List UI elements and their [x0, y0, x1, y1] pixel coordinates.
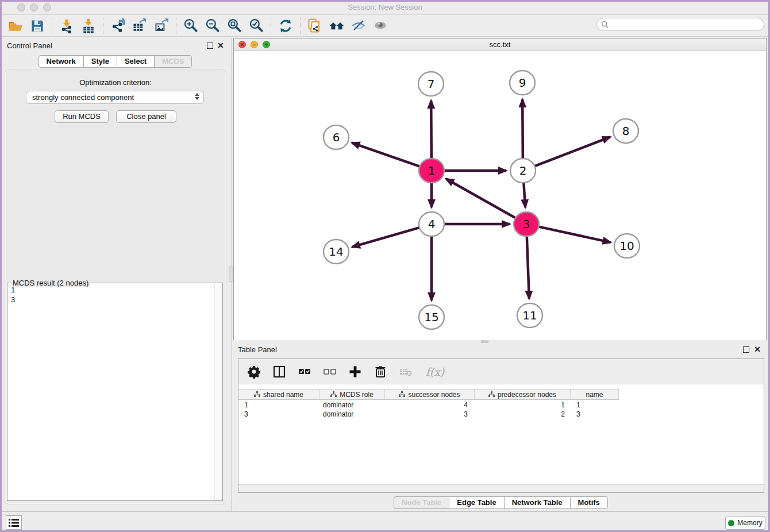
- tab-network-table[interactable]: Network Table: [504, 496, 571, 509]
- svg-text:3: 3: [523, 217, 530, 231]
- mcds-result-box[interactable]: MCDS result (2 nodes) 1 3: [7, 283, 223, 501]
- graph-edge: [431, 101, 432, 158]
- search-icon: [601, 21, 609, 29]
- table-row[interactable]: 1dominator411: [238, 400, 764, 410]
- table-row[interactable]: 3dominator323: [238, 410, 764, 419]
- column-header[interactable]: predecessor nodes: [475, 390, 571, 399]
- graph-node-10[interactable]: 10: [614, 234, 640, 258]
- hide-selected-icon[interactable]: [348, 17, 369, 35]
- zoom-out-icon[interactable]: [202, 17, 224, 35]
- column-type-icon: [330, 391, 337, 398]
- task-list-icon[interactable]: [6, 515, 22, 530]
- graph-node-2[interactable]: 2: [510, 159, 536, 183]
- graph-node-3[interactable]: 3: [514, 212, 539, 236]
- float-table-panel-icon[interactable]: [743, 346, 749, 353]
- table-deselect-all-icon[interactable]: [321, 363, 338, 380]
- zoom-fit-icon[interactable]: [224, 17, 245, 35]
- search-input[interactable]: [609, 19, 764, 30]
- function-builder-icon[interactable]: f(x): [422, 363, 448, 380]
- graph-node-1[interactable]: 1: [419, 159, 444, 183]
- table-cell: 2: [475, 410, 571, 418]
- graph-node-11[interactable]: 11: [517, 303, 542, 327]
- save-session-icon[interactable]: [26, 17, 48, 35]
- table-add-column-icon[interactable]: [346, 363, 364, 380]
- mcds-result-scrollbar[interactable]: [214, 284, 222, 500]
- tab-network[interactable]: Network: [38, 55, 84, 68]
- graph-node-15[interactable]: 15: [419, 305, 444, 329]
- table-settings-icon[interactable]: [245, 363, 263, 380]
- column-header[interactable]: name: [571, 390, 619, 399]
- tab-edge-table[interactable]: Edge Table: [449, 496, 504, 509]
- export-image-icon[interactable]: [151, 17, 172, 35]
- toolbar-separator: [300, 18, 301, 34]
- import-table-icon[interactable]: [78, 17, 99, 35]
- graph-node-4[interactable]: 4: [419, 212, 444, 236]
- table-horizontal-scrollbar[interactable]: [238, 484, 764, 492]
- toolbar-separator: [103, 18, 103, 34]
- tab-node-table[interactable]: Node Table: [394, 496, 449, 509]
- mcds-result-lines: 1 3: [11, 285, 15, 304]
- optimization-criterion-select[interactable]: strongly connected component: [26, 91, 204, 104]
- svg-text:10: 10: [619, 239, 634, 253]
- close-panel-icon[interactable]: ✕: [217, 43, 224, 49]
- column-type-icon: [399, 391, 405, 398]
- table-cell: 3: [571, 410, 619, 418]
- graph-node-9[interactable]: 9: [510, 71, 535, 95]
- export-table-icon[interactable]: [129, 17, 151, 35]
- graph-edge: [446, 179, 515, 218]
- table-delete-column-icon[interactable]: [372, 363, 389, 380]
- refresh-icon[interactable]: [275, 17, 297, 35]
- column-header[interactable]: successor nodes: [385, 390, 475, 399]
- control-panel-title: Control Panel: [7, 41, 52, 50]
- table-select-all-icon[interactable]: [296, 363, 313, 380]
- tab-motifs[interactable]: Motifs: [570, 496, 608, 509]
- graph-node-6[interactable]: 6: [324, 125, 349, 149]
- table-column-headers: shared name MCDS role successor nodes pr…: [238, 389, 619, 400]
- table-cell: 1: [475, 401, 571, 409]
- table-panel-tabs: Node Table Edge Table Network Table Moti…: [238, 496, 764, 509]
- network-window-titlebar[interactable]: ✕ − + scc.txt: [234, 38, 766, 51]
- graph-node-7[interactable]: 7: [418, 72, 444, 96]
- graph-node-14[interactable]: 14: [324, 240, 349, 264]
- network-view-window: ✕ − + scc.txt 7968124314101511: [233, 38, 767, 340]
- table-delete-table-icon[interactable]: [397, 363, 414, 380]
- graph-edge: [535, 137, 610, 166]
- memory-label: Memory: [737, 519, 762, 527]
- run-mcds-button[interactable]: Run MCDS: [55, 110, 109, 123]
- window-zoom-icon[interactable]: [43, 3, 51, 11]
- close-panel-button[interactable]: Close panel: [116, 110, 176, 123]
- tab-select[interactable]: Select: [117, 55, 155, 68]
- table-cell: 1: [571, 401, 619, 409]
- column-header[interactable]: MCDS role: [319, 390, 385, 399]
- import-network-icon[interactable]: [56, 17, 78, 35]
- network-zoom-icon[interactable]: +: [263, 41, 270, 48]
- home-icon[interactable]: [326, 17, 348, 35]
- network-graph[interactable]: 7968124314101511: [234, 51, 766, 340]
- control-panel-header: Control Panel ✕: [0, 38, 231, 54]
- table-panel-title: Table Panel: [238, 345, 277, 354]
- tab-mcds[interactable]: MCDS: [154, 55, 192, 68]
- graph-node-8[interactable]: 8: [613, 119, 638, 143]
- network-close-icon[interactable]: ✕: [238, 41, 246, 48]
- show-all-icon[interactable]: [369, 17, 391, 35]
- graph-edge: [523, 183, 525, 207]
- mcds-result-line: 3: [11, 295, 15, 304]
- memory-button[interactable]: Memory: [725, 516, 765, 530]
- optimization-criterion-value: strongly connected component: [32, 93, 134, 102]
- column-header[interactable]: shared name: [238, 390, 319, 399]
- network-minimize-icon[interactable]: −: [251, 41, 258, 48]
- window-close-icon[interactable]: [17, 3, 25, 11]
- export-network-icon[interactable]: [107, 17, 129, 35]
- control-panel-tabs: Network Style Select MCDS: [0, 55, 231, 68]
- zoom-in-icon[interactable]: [180, 17, 202, 35]
- float-panel-icon[interactable]: [207, 43, 213, 49]
- close-table-panel-icon[interactable]: ✕: [754, 346, 761, 353]
- table-split-view-icon[interactable]: [271, 363, 288, 380]
- zoom-selected-icon[interactable]: [245, 17, 267, 35]
- tab-style[interactable]: Style: [83, 55, 117, 68]
- window-minimize-icon[interactable]: [30, 3, 38, 11]
- svg-text:6: 6: [333, 130, 340, 144]
- search-field[interactable]: [596, 18, 764, 31]
- open-session-icon[interactable]: [5, 17, 26, 35]
- duplicate-network-icon[interactable]: [304, 17, 326, 35]
